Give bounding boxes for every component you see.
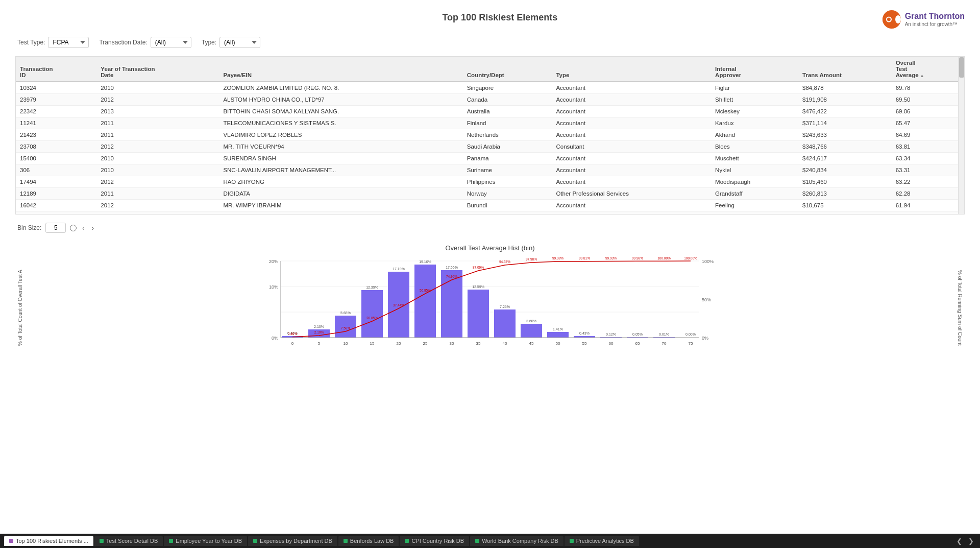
- cell-id: 306: [16, 164, 96, 176]
- cell-avg: 65.47: [892, 117, 964, 129]
- scrollbar-thumb[interactable]: [959, 57, 964, 78]
- svg-text:12.59%: 12.59%: [472, 285, 484, 289]
- cell-avg: 63.34: [892, 153, 964, 164]
- svg-text:19.10%: 19.10%: [419, 260, 431, 264]
- bin-size-label: Bin Size:: [17, 224, 41, 231]
- cell-approver: Muschett: [711, 153, 798, 164]
- y-axis-left-label: % of Total Count of Overall Test A: [15, 256, 25, 360]
- svg-text:12.39%: 12.39%: [366, 285, 378, 289]
- table-row[interactable]: 16042 2012 MR. WIMPY IBRAHIM Burundi Acc…: [16, 200, 964, 211]
- tab-cpi[interactable]: CPI Country Risk DB: [400, 536, 469, 546]
- svg-text:40: 40: [503, 341, 507, 346]
- bin-prev-button[interactable]: ‹: [81, 224, 86, 232]
- tab-dot-test-score: [100, 539, 104, 543]
- y-axis-right-label: % of Total Running Sum of Count: [955, 256, 965, 360]
- tab-dot-benfords: [344, 539, 348, 543]
- bar-8: [494, 309, 516, 338]
- test-type-select[interactable]: FCPA: [48, 37, 89, 48]
- tab-dot-employee: [169, 539, 173, 543]
- svg-text:37.44%: 37.44%: [393, 303, 404, 307]
- table-row[interactable]: 11241 2011 TELECOMUNICACIONES Y SISTEMAS…: [16, 117, 964, 129]
- svg-text:99.93%: 99.93%: [605, 256, 617, 260]
- cell-amount: $240,834: [798, 164, 892, 176]
- svg-text:60: 60: [609, 341, 614, 346]
- bin-next-button[interactable]: ›: [90, 224, 95, 232]
- type-select[interactable]: (All): [219, 37, 260, 48]
- svg-text:50%: 50%: [702, 297, 711, 302]
- test-type-label: Test Type:: [17, 39, 45, 46]
- bin-size-input[interactable]: [45, 223, 66, 233]
- svg-text:0%: 0%: [272, 336, 278, 341]
- tab-label-top100: Top 100 Riskiest Elements ...: [16, 538, 88, 544]
- tab-dot-expenses: [253, 539, 257, 543]
- table-row[interactable]: 21423 2011 VLADIMIRO LOPEZ ROBLES Nether…: [16, 129, 964, 141]
- scrollbar[interactable]: [958, 57, 964, 214]
- cell-year: 2011: [96, 117, 219, 129]
- tab-predictive[interactable]: Predictive Analytics DB: [565, 536, 639, 546]
- tab-label-employee: Employee Year to Year DB: [176, 538, 242, 544]
- table-row[interactable]: 23708 2012 MR. TITH VOEURN*94 Saudi Arab…: [16, 141, 964, 153]
- cell-approver: Shealey: [711, 211, 798, 215]
- tab-test-score[interactable]: Test Score Detail DB: [94, 536, 163, 546]
- table-row[interactable]: 10324 2010 ZOOMLION ZAMBIA LIMITED (REG.…: [16, 82, 964, 94]
- cell-payee: MR. WIMPY IBRAHIM: [219, 200, 462, 211]
- svg-text:0%: 0%: [702, 336, 708, 341]
- svg-text:75: 75: [689, 341, 693, 346]
- svg-text:2.10%: 2.10%: [314, 330, 324, 334]
- bin-size-row: Bin Size: ‹ ›: [15, 223, 965, 233]
- table-row[interactable]: 12189 2011 DIGIDATA Norway Other Profess…: [16, 188, 964, 200]
- tab-next-button[interactable]: ❯: [966, 536, 976, 546]
- cell-year: 2011: [96, 188, 219, 200]
- cell-country: Canada: [463, 94, 552, 106]
- svg-text:94.37%: 94.37%: [499, 260, 510, 264]
- test-type-filter: Test Type: FCPA: [17, 37, 89, 48]
- bin-radio[interactable]: [70, 225, 77, 231]
- chart-section: Overall Test Average Hist (bin) % of Tot…: [15, 239, 965, 365]
- svg-text:87.09%: 87.09%: [473, 266, 484, 269]
- cell-amount: $191,908: [798, 94, 892, 106]
- cell-type: Accountant: [552, 129, 711, 141]
- cell-type: Accountant: [552, 94, 711, 106]
- col-payee: Payee/EIN: [219, 57, 462, 82]
- cell-type: Accountant: [552, 106, 711, 117]
- col-avg[interactable]: OverallTestAverage: [892, 57, 964, 82]
- tab-label-cpi: CPI Country Risk DB: [411, 538, 464, 544]
- cell-country: Burundi: [463, 200, 552, 211]
- tab-dot-world-bank: [475, 539, 479, 543]
- bar-3: [361, 290, 383, 338]
- tab-benfords[interactable]: Benfords Law DB: [338, 536, 399, 546]
- tab-top100[interactable]: Top 100 Riskiest Elements ...: [4, 536, 93, 546]
- svg-text:7.26%: 7.26%: [500, 305, 510, 308]
- table-row[interactable]: 22342 2013 BITTOHIN CHASI SOMAJ KALLYAN …: [16, 106, 964, 117]
- table-row[interactable]: 23979 2012 ALSTOM HYDRO CHINA CO., LTD*9…: [16, 94, 964, 106]
- tab-prev-button[interactable]: ❮: [954, 536, 964, 546]
- tab-expenses[interactable]: Expenses by Department DB: [248, 536, 337, 546]
- svg-text:99.98%: 99.98%: [632, 256, 643, 260]
- tab-employee[interactable]: Employee Year to Year DB: [164, 536, 247, 546]
- cell-amount: $260,813: [798, 188, 892, 200]
- tab-label-world-bank: World Bank Company Risk DB: [482, 538, 558, 544]
- cell-amount: $84,878: [798, 82, 892, 94]
- cell-amount: $476,422: [798, 106, 892, 117]
- transaction-date-filter: Transaction Date: (All): [99, 37, 191, 48]
- cell-approver: Feeling: [711, 200, 798, 211]
- cell-type: Consultant: [552, 141, 711, 153]
- svg-text:70: 70: [662, 341, 667, 346]
- cell-year: 2012: [96, 141, 219, 153]
- cell-id: 23979: [16, 94, 96, 106]
- tab-world-bank[interactable]: World Bank Company Risk DB: [470, 536, 564, 546]
- svg-text:3.60%: 3.60%: [526, 319, 536, 323]
- tab-label-expenses: Expenses by Department DB: [260, 538, 332, 544]
- table-row[interactable]: 17494 2012 HAO ZHIYONG Philippines Accou…: [16, 176, 964, 188]
- tab-dot-top100: [9, 539, 13, 543]
- cell-avg: 64.69: [892, 129, 964, 141]
- cell-approver: Bloes: [711, 141, 798, 153]
- cell-type: Consultant: [552, 211, 711, 215]
- table-row[interactable]: 306 2010 SNC-LAVALIN AIRPORT MANAGEMENT.…: [16, 164, 964, 176]
- cell-amount: $348,766: [798, 141, 892, 153]
- svg-text:0.46%: 0.46%: [288, 332, 298, 336]
- transaction-date-select[interactable]: (All): [151, 37, 191, 48]
- table-row[interactable]: 15400 2010 SURENDRA SINGH Panama Account…: [16, 153, 964, 164]
- cell-approver: Shiflett: [711, 94, 798, 106]
- table-row[interactable]: 7942 2013 ARINC PERU S.A.C. Seychelles C…: [16, 211, 964, 215]
